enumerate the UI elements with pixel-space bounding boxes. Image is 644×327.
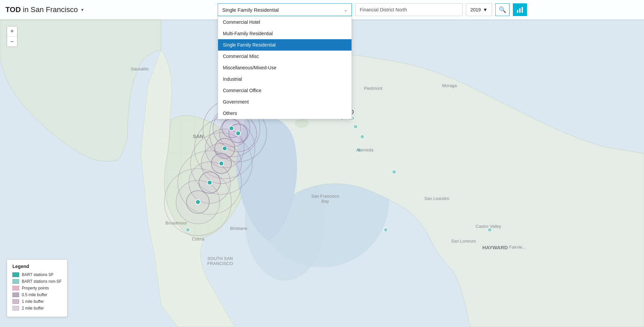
- svg-rect-0: [517, 10, 518, 13]
- legend: Legend BART stations SFBART stations non…: [7, 259, 67, 317]
- neighborhood-input[interactable]: [355, 3, 463, 16]
- svg-point-52: [488, 228, 492, 232]
- dropdown-item-5[interactable]: Industrial: [218, 73, 352, 85]
- svg-rect-1: [519, 8, 521, 13]
- svg-point-47: [360, 135, 364, 139]
- legend-label-2: Property points: [22, 286, 49, 290]
- legend-swatch-2: [12, 286, 19, 290]
- legend-swatch-5: [12, 306, 19, 311]
- dropdown-item-0[interactable]: Commercial Hotel: [218, 16, 352, 28]
- zoom-controls: + −: [7, 26, 17, 47]
- dropdown-item-4[interactable]: Miscellaneous/Mixed-Use: [218, 62, 352, 73]
- app-title-rest: in San Francisco: [23, 5, 78, 14]
- svg-point-51: [186, 228, 190, 232]
- svg-point-41: [196, 200, 200, 204]
- legend-label-0: BART stations SF: [22, 272, 54, 277]
- svg-point-17: [295, 119, 309, 127]
- landuse-dropdown-menu: Commercial HotelMulti-Family Residential…: [218, 16, 352, 119]
- svg-point-49: [392, 170, 396, 174]
- svg-point-36: [229, 126, 234, 131]
- legend-title: Legend: [12, 264, 62, 269]
- legend-swatch-0: [12, 272, 19, 277]
- app-title-tod: TOD: [5, 5, 21, 14]
- svg-point-50: [384, 228, 388, 232]
- search-icon: 🔍: [499, 6, 506, 13]
- legend-items: BART stations SFBART stations non-SFProp…: [12, 272, 62, 311]
- legend-item-0: BART stations SF: [12, 272, 62, 277]
- svg-rect-2: [522, 7, 523, 13]
- landuse-selected-label: Single Family Residential: [222, 7, 278, 13]
- svg-point-40: [207, 180, 212, 185]
- app-title-dropdown-arrow[interactable]: ▾: [81, 7, 84, 12]
- legend-swatch-3: [12, 292, 19, 297]
- dropdown-item-1[interactable]: Multi-Family Residential: [218, 28, 352, 39]
- landuse-chevron-icon: ⌄: [344, 7, 347, 12]
- legend-label-3: 0.5 mile buffer: [22, 292, 47, 297]
- dropdown-item-6[interactable]: Commercial Office: [218, 85, 352, 96]
- legend-item-4: 1 mile buffer: [12, 299, 62, 304]
- svg-point-46: [354, 125, 358, 129]
- legend-item-1: BART stations non-SF: [12, 279, 62, 284]
- header: TOD in San Francisco ▾ Single Family Res…: [0, 0, 644, 19]
- legend-swatch-1: [12, 279, 19, 284]
- dropdown-item-3[interactable]: Commercial Misc: [218, 51, 352, 62]
- svg-point-48: [357, 148, 361, 152]
- legend-label-4: 1 mile buffer: [22, 299, 44, 304]
- legend-label-1: BART stations non-SF: [22, 279, 62, 284]
- dropdown-item-8[interactable]: Others: [218, 108, 352, 119]
- legend-item-3: 0.5 mile buffer: [12, 292, 62, 297]
- landuse-dropdown-wrapper: Single Family Residential ⌄ Commercial H…: [218, 3, 352, 16]
- dropdown-item-7[interactable]: Government: [218, 96, 352, 108]
- app-title: TOD in San Francisco ▾: [5, 5, 106, 14]
- legend-label-5: 2 mile buffer: [22, 306, 44, 311]
- year-selected-label: 2019: [470, 7, 481, 12]
- svg-point-38: [222, 146, 227, 151]
- chart-button[interactable]: [513, 3, 527, 16]
- svg-point-39: [219, 161, 224, 166]
- header-controls: Single Family Residential ⌄ Commercial H…: [106, 3, 639, 16]
- zoom-in-button[interactable]: +: [7, 26, 17, 37]
- zoom-out-button[interactable]: −: [7, 37, 17, 47]
- year-chevron-icon: ▼: [483, 7, 488, 12]
- legend-item-5: 2 mile buffer: [12, 306, 62, 311]
- search-button[interactable]: 🔍: [495, 3, 509, 16]
- legend-item-2: Property points: [12, 286, 62, 290]
- year-dropdown-button[interactable]: 2019 ▼: [466, 3, 492, 16]
- legend-swatch-4: [12, 299, 19, 304]
- bar-chart-icon: [516, 6, 524, 13]
- dropdown-item-2[interactable]: Single Family Residential: [218, 39, 352, 51]
- svg-point-37: [236, 131, 240, 136]
- landuse-dropdown-button[interactable]: Single Family Residential ⌄: [218, 3, 352, 16]
